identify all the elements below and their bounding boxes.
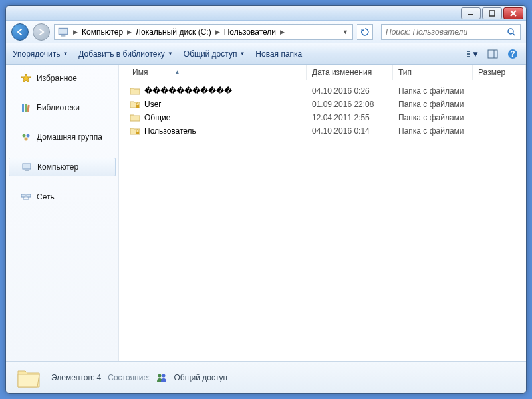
- sidebar-label: Избранное: [37, 74, 77, 83]
- address-bar[interactable]: ▶ Компьютер ▶ Локальный диск (C:) ▶ Поль…: [54, 24, 353, 40]
- sidebar-item-computer[interactable]: Компьютер: [9, 158, 116, 176]
- help-button[interactable]: ?: [506, 47, 519, 61]
- column-type[interactable]: Тип: [393, 65, 473, 80]
- svg-rect-10: [467, 53, 469, 55]
- organize-menu[interactable]: Упорядочить▼: [13, 49, 68, 59]
- column-name[interactable]: Имя▲: [127, 65, 307, 80]
- sidebar-item-network[interactable]: Сеть: [6, 188, 118, 205]
- computer-icon: [57, 26, 69, 38]
- column-label: Имя: [132, 68, 148, 77]
- star-icon: [21, 73, 31, 84]
- svg-point-6: [508, 29, 513, 34]
- close-button[interactable]: [503, 7, 523, 19]
- column-size[interactable]: Размер: [473, 65, 526, 80]
- newfolder-label: Новая папка: [255, 49, 302, 59]
- back-button[interactable]: [11, 23, 29, 41]
- forward-button[interactable]: [33, 23, 50, 41]
- chevron-right-icon: ▶: [72, 29, 79, 35]
- folder-icon: [130, 112, 140, 123]
- svg-rect-14: [488, 50, 497, 58]
- share-menu[interactable]: Общий доступ▼: [184, 49, 245, 59]
- svg-point-33: [158, 374, 162, 377]
- explorer-window: ▶ Компьютер ▶ Локальный диск (C:) ▶ Поль…: [5, 5, 527, 394]
- folder-locked-icon: [130, 126, 140, 136]
- folder-large-icon: [15, 364, 42, 391]
- file-type: Папка с файлами: [393, 86, 473, 96]
- sidebar-label: Библиотеки: [37, 103, 80, 112]
- svg-point-34: [162, 374, 166, 377]
- search-input[interactable]: [386, 27, 507, 37]
- chevron-down-icon: ▼: [239, 51, 245, 57]
- svg-line-7: [513, 33, 515, 35]
- homegroup-icon: [21, 132, 31, 142]
- navigation-pane: Избранное Библиотеки Домашняя группа Ком…: [6, 65, 119, 361]
- refresh-button[interactable]: [357, 24, 373, 40]
- column-date[interactable]: Дата изменения: [307, 65, 393, 80]
- breadcrumb-seg-computer[interactable]: Компьютер: [79, 25, 126, 39]
- sidebar-label: Компьютер: [37, 162, 78, 172]
- status-count: Элементов: 4: [51, 373, 101, 382]
- svg-rect-24: [23, 164, 31, 169]
- toolbar: Упорядочить▼ Добавить в библиотеку▼ Общи…: [6, 43, 526, 65]
- content-area: Избранное Библиотеки Домашняя группа Ком…: [6, 65, 526, 361]
- computer-icon: [21, 162, 32, 172]
- sidebar-item-libraries[interactable]: Библиотеки: [6, 99, 118, 116]
- people-icon: [156, 373, 167, 382]
- status-state-label: Состояние:: [108, 373, 150, 382]
- maximize-button[interactable]: [482, 7, 502, 19]
- file-name: Общие: [144, 113, 170, 122]
- breadcrumb-seg-users[interactable]: Пользователи: [221, 25, 279, 39]
- network-icon: [21, 192, 31, 202]
- sidebar-label: Сеть: [37, 192, 55, 201]
- breadcrumb-seg-disk[interactable]: Локальный диск (C:): [133, 25, 214, 39]
- sidebar-label: Домашняя группа: [37, 132, 102, 142]
- file-type: Папка с файлами: [393, 113, 473, 122]
- sidebar-item-favorites[interactable]: Избранное: [6, 70, 118, 87]
- view-options-button[interactable]: ▼: [466, 47, 479, 61]
- svg-rect-26: [21, 194, 25, 197]
- file-pane: Имя▲ Дата изменения Тип Размер ���������…: [119, 65, 526, 361]
- chevron-right-icon: ▶: [126, 29, 133, 35]
- svg-point-21: [23, 134, 26, 138]
- svg-rect-31: [136, 105, 139, 108]
- file-date: 04.10.2016 0:14: [307, 126, 393, 136]
- svg-rect-1: [489, 11, 495, 16]
- svg-rect-8: [467, 51, 469, 52]
- column-headers: Имя▲ Дата изменения Тип Размер: [119, 65, 526, 80]
- svg-rect-32: [136, 132, 139, 134]
- minimize-button[interactable]: [461, 7, 481, 19]
- svg-rect-20: [27, 105, 29, 112]
- file-type: Папка с файлами: [393, 126, 473, 136]
- folder-locked-icon: [130, 99, 140, 110]
- preview-pane-button[interactable]: [486, 47, 499, 61]
- svg-text:?: ?: [510, 49, 515, 59]
- add-to-library-menu[interactable]: Добавить в библиотеку▼: [78, 49, 172, 59]
- share-label: Общий доступ: [184, 49, 237, 59]
- svg-rect-18: [22, 104, 24, 112]
- status-shared: Общий доступ: [174, 373, 227, 382]
- status-bar: Элементов: 4 Состояние: Общий доступ: [6, 361, 526, 393]
- sort-asc-icon: ▲: [174, 69, 180, 75]
- file-row[interactable]: User 01.09.2016 22:08 Папка с файлами: [119, 98, 526, 111]
- svg-point-23: [25, 138, 28, 141]
- svg-rect-19: [25, 104, 27, 112]
- file-row[interactable]: Пользователь 04.10.2016 0:14 Папка с фай…: [119, 124, 526, 138]
- file-row[interactable]: ����������� 04.10.2016 0:26 Папка с файл…: [119, 84, 526, 98]
- file-list: ����������� 04.10.2016 0:26 Папка с файл…: [119, 80, 526, 361]
- svg-rect-11: [469, 53, 470, 55]
- chevron-down-icon: ▼: [63, 51, 68, 57]
- svg-rect-12: [467, 56, 469, 57]
- file-row[interactable]: Общие 12.04.2011 2:55 Папка с файлами: [119, 111, 526, 124]
- search-box[interactable]: [381, 24, 521, 40]
- chevron-down-icon: ▼: [168, 51, 173, 57]
- file-date: 01.09.2016 22:08: [307, 100, 393, 109]
- titlebar: [6, 6, 526, 21]
- svg-rect-13: [469, 56, 470, 57]
- address-dropdown-icon[interactable]: ▼: [340, 25, 351, 39]
- new-folder-button[interactable]: Новая папка: [255, 49, 302, 59]
- chevron-down-icon: ▼: [471, 49, 479, 59]
- library-label: Добавить в библиотеку: [78, 49, 165, 59]
- svg-point-22: [27, 134, 30, 138]
- sidebar-item-homegroup[interactable]: Домашняя группа: [6, 128, 118, 146]
- svg-rect-5: [61, 35, 66, 36]
